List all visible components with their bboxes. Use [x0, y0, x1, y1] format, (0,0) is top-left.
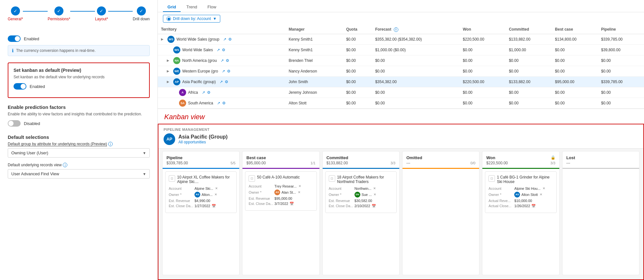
config-icon[interactable]: ⚙ — [225, 80, 228, 84]
chevron-down-icon-2: ▼ — [143, 172, 146, 176]
kanban-enabled-toggle-row: Enabled — [14, 83, 144, 90]
expand-icon[interactable]: ▶ — [161, 37, 166, 41]
forecast-info-icon[interactable]: i — [394, 27, 398, 32]
wizard-step-layout[interactable]: ✓ Layout* — [95, 6, 108, 21]
manager-cell: Kenny Smith1 — [286, 34, 343, 44]
col-quota: Quota — [343, 25, 372, 34]
pipeline-cell: $339,785.00 — [598, 34, 644, 44]
kanban-col-header-pipeline: Pipeline $339,785.00 5/5 — [163, 151, 239, 169]
group-by-select[interactable]: Owning User (User) ▼ — [8, 148, 150, 158]
col-meta: Committed — [327, 155, 395, 160]
remove-owner-btn[interactable]: ✕ — [298, 190, 300, 194]
forecast-cell: $1,000.00 ($0.00) — [372, 44, 459, 55]
link-icon[interactable]: ↗ — [222, 69, 225, 73]
col-amount-row: $95,000.00 1/1 — [246, 161, 315, 165]
card-title: □ 18 Airpot Coffee Makers for Northwind … — [329, 175, 393, 184]
prediction-toggle[interactable] — [8, 120, 21, 127]
col-count: 3/3 — [550, 161, 555, 165]
config-icon[interactable]: ⚙ — [222, 101, 226, 105]
col-amount: $133,882.00 — [327, 161, 348, 165]
card-owner-field: Owner * AS Alton Stott ✕ — [488, 192, 553, 198]
grid-section: Grid Trend Flow ⬤ Drill down by: Account… — [158, 0, 644, 109]
card-type-icon: □ — [329, 175, 335, 182]
lock-icon: 🔒 — [551, 155, 555, 160]
kanban-col-lost: Lost --- — [562, 151, 639, 275]
quota-cell: $0.00 — [343, 66, 372, 76]
view-select[interactable]: User Advanced Find View ▼ — [8, 169, 150, 179]
group-by-info-icon[interactable]: i — [108, 142, 113, 146]
drill-chevron-icon: ▼ — [213, 16, 217, 21]
link-icon[interactable]: ↗ — [223, 37, 226, 42]
card-date-field: Est. Close Da... 3/7/2022 📅 — [249, 202, 313, 206]
won-cell: $220,500.00 — [459, 76, 506, 87]
right-panel: Grid Trend Flow ⬤ Drill down by: Account… — [158, 0, 644, 280]
wizard-step-permissions[interactable]: ✓ Permissions* — [48, 6, 70, 21]
committed-cell: $0.00 — [506, 66, 552, 76]
group-by-label: Default group by attribute for underlyin… — [8, 142, 150, 146]
pipeline-cell: $0.00 — [598, 66, 644, 76]
col-amount-row: $133,882.00 3/3 — [327, 161, 395, 165]
drill-circle-icon: ⬤ — [166, 16, 171, 21]
link-icon[interactable]: ↗ — [217, 48, 220, 52]
col-body-bestcase: □ 50 Café A-100 Automatic Account Trey R… — [242, 169, 319, 275]
config-icon[interactable]: ⚙ — [228, 37, 232, 42]
enabled-toggle[interactable] — [8, 35, 21, 42]
remove-owner-btn[interactable]: ✕ — [214, 193, 217, 196]
tab-grid[interactable]: Grid — [163, 3, 181, 12]
col-count: 5/5 — [231, 161, 235, 165]
remove-account-btn[interactable]: ✕ — [373, 187, 376, 190]
config-icon[interactable]: ⚙ — [222, 48, 225, 52]
step-circle-drilldown: ✓ — [137, 6, 146, 15]
drill-row: ⬤ Drill down by: Account ▼ — [158, 12, 644, 25]
card-date-field: Est. Close Da... 2/10/2022 📅 — [329, 204, 393, 208]
calendar-icon[interactable]: 📅 — [212, 204, 216, 208]
link-icon[interactable]: ↗ — [202, 90, 205, 95]
remove-owner-btn[interactable]: ✕ — [540, 193, 542, 196]
committed-cell: $0.00 — [506, 98, 552, 108]
col-amount: $95,000.00 — [246, 161, 266, 165]
wizard-step-general[interactable]: ✓ General* — [8, 6, 23, 21]
expand-icon[interactable]: ▶ — [167, 59, 171, 62]
col-count: 1/1 — [310, 161, 315, 165]
kanban-col-header-bestcase: Best case $95,000.00 1/1 — [242, 151, 319, 169]
card-account-field: Account Alpine Ski... ✕ — [169, 187, 233, 190]
expand-icon[interactable]: ▶ — [167, 69, 171, 73]
table-row: ▶ WS World Wide Sales (group ↗ ⚙ Kenny S… — [158, 34, 644, 44]
config-icon[interactable]: ⚙ — [207, 90, 211, 95]
remove-owner-btn[interactable]: ✕ — [374, 193, 376, 196]
remove-account-btn[interactable]: ✕ — [298, 184, 301, 188]
underlying-view-field: Default underlying records view i User A… — [8, 163, 150, 179]
calendar-icon[interactable]: 📅 — [531, 204, 536, 208]
card-title: □ 10 Airpot XL Coffee Makers for Alpine … — [169, 175, 233, 184]
calendar-icon[interactable]: 📅 — [289, 202, 294, 206]
link-icon[interactable]: ↗ — [220, 80, 223, 84]
bestcase-cell: $0.00 — [552, 55, 598, 66]
territory-name: World Wide Sales — [182, 48, 213, 52]
won-cell: $0.00 — [459, 55, 506, 66]
link-icon[interactable]: ↗ — [221, 58, 224, 63]
col-committed: Committed — [506, 25, 552, 34]
card-owner-field: Owner * SN Sue ... ✕ — [329, 192, 393, 198]
kanban-enabled-toggle[interactable] — [14, 83, 26, 90]
tab-flow[interactable]: Flow — [203, 3, 221, 12]
col-territory: Territory — [158, 25, 286, 34]
wizard-step-drilldown[interactable]: ✓ Drill down — [133, 6, 150, 21]
kanban-col-bestcase: Best case $95,000.00 1/1 □ 50 Café A-100… — [242, 151, 319, 275]
col-bestcase: Best case — [552, 25, 598, 34]
config-icon[interactable]: ⚙ — [226, 58, 229, 63]
territory-cell: SA South America ↗ ⚙ — [158, 98, 286, 108]
drill-down-button[interactable]: ⬤ Drill down by: Account ▼ — [163, 15, 220, 23]
view-info-icon[interactable]: i — [63, 163, 67, 167]
expand-icon[interactable]: ▶ — [167, 80, 171, 83]
forecast-cell: $355,382.00 ($354,382.00) — [372, 34, 459, 44]
calendar-icon[interactable]: 📅 — [372, 204, 376, 208]
card-revenue-field: Est. Revenue $30,582.00 — [329, 199, 393, 203]
remove-account-btn[interactable]: ✕ — [215, 187, 218, 190]
remove-account-btn[interactable]: ✕ — [543, 187, 545, 190]
link-icon[interactable]: ↗ — [217, 101, 220, 105]
col-body-lost — [563, 169, 639, 275]
kanban-default-section: Set kanban as default (Preview) Set kanb… — [8, 63, 150, 98]
config-icon[interactable]: ⚙ — [227, 69, 231, 73]
col-forecast: Forecast i — [372, 25, 459, 34]
tab-trend[interactable]: Trend — [182, 3, 202, 12]
